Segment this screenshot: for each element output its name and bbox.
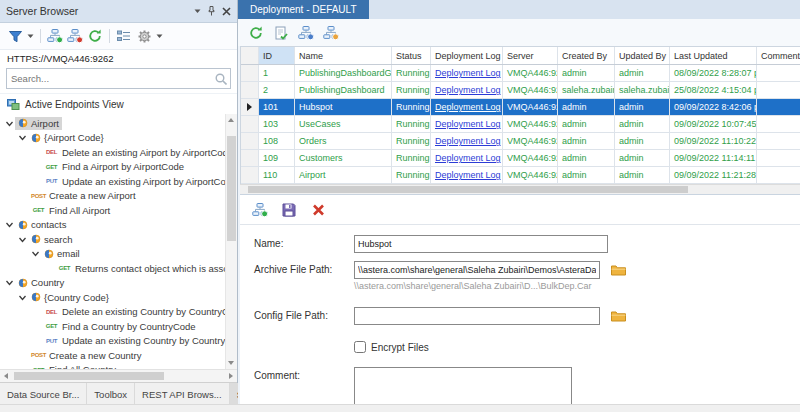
scroll-right-icon[interactable] [229, 373, 233, 379]
pin-icon[interactable] [207, 6, 216, 16]
encrypt-files-checkbox[interactable] [354, 341, 366, 353]
chevron-down-icon[interactable] [17, 133, 28, 142]
tree-operation[interactable]: POSTCreate a new Country [28, 349, 144, 362]
table-row[interactable]: 101HubspotRunningDeployment LogVMQA446:9… [241, 99, 800, 116]
column-header[interactable]: Updated By [615, 47, 670, 64]
tree-node[interactable]: {Country Code} [28, 291, 112, 304]
table-row[interactable]: 2PublishingDashboardRunningDeployment Lo… [241, 82, 800, 99]
tree-node[interactable]: Airport [15, 117, 62, 130]
tree-item[interactable]: Airport [0, 116, 237, 131]
tree-horizontal-scrollbar[interactable] [0, 369, 237, 382]
tree-node[interactable]: Country [15, 276, 67, 289]
window-position-caret-icon[interactable] [194, 9, 201, 14]
tree-item[interactable]: POSTCreate a new Airport [0, 189, 237, 204]
tree-node[interactable]: contacts [15, 218, 69, 231]
tree-item[interactable]: Country [0, 276, 237, 291]
deployment-log-link[interactable]: Deployment Log [431, 167, 503, 183]
scrollbar-thumb[interactable] [248, 186, 688, 193]
deployment-log-link[interactable]: Deployment Log [431, 65, 503, 81]
tree-item[interactable]: GETFind All Airport [0, 203, 237, 218]
tree-item[interactable]: GETFind a Airport by AirportCode [0, 160, 237, 175]
close-icon[interactable] [222, 7, 231, 16]
config-path-field[interactable] [354, 307, 600, 325]
tree-operation[interactable]: PUTUpdate an existing Country by Country… [41, 334, 237, 347]
tree-item[interactable]: {Country Code} [0, 290, 237, 305]
filter-caret-icon[interactable] [26, 27, 35, 45]
tree-item[interactable]: {Airport Code} [0, 131, 237, 146]
tab-deployment-default[interactable]: Deployment - DEFAULT [238, 0, 369, 19]
deployment-log-link[interactable]: Deployment Log [431, 150, 503, 166]
disconnect-server-icon[interactable] [66, 27, 84, 45]
scroll-down-icon[interactable] [228, 361, 234, 365]
save-icon[interactable] [280, 201, 298, 219]
redeploy-icon[interactable] [251, 201, 269, 219]
table-row[interactable]: 109CustomersRunningDeployment LogVMQA446… [241, 150, 800, 167]
delete-icon[interactable] [309, 201, 327, 219]
verify-deployment-icon[interactable] [272, 24, 290, 42]
refresh-icon[interactable] [247, 24, 265, 42]
column-header[interactable]: ID [259, 47, 295, 64]
panel-tab[interactable]: Toolbox [87, 383, 135, 405]
chevron-down-icon[interactable] [4, 278, 15, 287]
search-input[interactable] [7, 73, 212, 84]
tree-item[interactable]: GETFind a Country by CountryCode [0, 319, 237, 334]
refresh-icon[interactable] [86, 27, 104, 45]
deployment-log-link[interactable]: Deployment Log [431, 116, 503, 132]
panel-tab[interactable]: Data Source Br... [0, 383, 87, 405]
tree-operation[interactable]: DELDelete an existing Airport by Airport… [41, 146, 236, 159]
chevron-down-icon[interactable] [17, 293, 28, 302]
tree-item[interactable]: GETReturns contact object which is assoc… [0, 261, 237, 276]
deployment-log-link[interactable]: Deployment Log [431, 82, 503, 98]
tree-item[interactable]: email [0, 247, 237, 262]
tree-item[interactable]: contacts [0, 218, 237, 233]
deployment-log-link[interactable]: Deployment Log [431, 133, 503, 149]
tree-node[interactable]: search [28, 233, 76, 246]
tree-item[interactable]: PUTUpdate an existing Country by Country… [0, 334, 237, 349]
scroll-up-icon[interactable] [228, 118, 234, 122]
server-redeploy-icon[interactable] [322, 24, 340, 42]
gear-icon[interactable] [135, 27, 153, 45]
tree-item[interactable]: DELDelete an existing Country by Country… [0, 305, 237, 320]
table-row[interactable]: 1PublishingDashboardGraphsRunningDeploym… [241, 65, 800, 82]
chevron-down-icon[interactable] [4, 119, 15, 128]
deployment-log-link[interactable]: Deployment Log [431, 99, 503, 115]
tree-operation[interactable]: GETFind a Airport by AirportCode [41, 160, 187, 173]
chevron-down-icon[interactable] [17, 235, 28, 244]
tree-item[interactable]: search [0, 232, 237, 247]
table-row[interactable]: 110AirportRunningDeployment LogVMQA446:9… [241, 167, 800, 184]
chevron-down-icon[interactable] [30, 249, 41, 258]
tree-item[interactable]: PUTUpdate an existing Airport by Airport… [0, 174, 237, 189]
tree-operation[interactable]: GETFind a Country by CountryCode [41, 320, 199, 333]
column-header[interactable]: Comment [757, 47, 800, 64]
column-header[interactable]: Name [295, 47, 392, 64]
tree-item[interactable]: POSTCreate a new Country [0, 348, 237, 363]
server-deploy-icon[interactable] [297, 24, 315, 42]
gear-caret-icon[interactable] [155, 27, 164, 45]
tree-item[interactable]: DELDelete an existing Airport by Airport… [0, 145, 237, 160]
tree-node[interactable]: email [41, 247, 83, 260]
browse-archive-button[interactable] [607, 261, 629, 279]
column-header[interactable]: Deployment Log [431, 47, 503, 64]
archive-path-field[interactable] [354, 261, 600, 279]
grid-horizontal-scrollbar[interactable] [240, 184, 800, 194]
scrollbar-thumb[interactable] [14, 372, 164, 380]
column-header[interactable]: Status [392, 47, 431, 64]
tree-vertical-scrollbar[interactable] [225, 114, 237, 369]
table-row[interactable]: 108OrdersRunningDeployment LogVMQA446:92… [241, 133, 800, 150]
column-header[interactable]: Last Updated [670, 47, 757, 64]
connect-server-icon[interactable] [46, 27, 64, 45]
table-row[interactable]: 103UseCasesRunningDeployment LogVMQA446:… [241, 116, 800, 133]
chevron-down-icon[interactable] [4, 220, 15, 229]
active-endpoints-header[interactable]: Active Endpoints View [0, 93, 237, 114]
column-header[interactable]: Server [503, 47, 558, 64]
tree-operation[interactable]: GETReturns contact object which is assoc… [54, 262, 237, 275]
name-field[interactable] [354, 235, 608, 253]
tree-operation[interactable]: POSTCreate a new Airport [28, 189, 139, 202]
scrollbar-thumb[interactable] [227, 136, 236, 241]
tree-operation[interactable]: GETFind All Airport [28, 204, 113, 217]
scroll-left-icon[interactable] [4, 373, 8, 379]
column-header[interactable]: Created By [558, 47, 615, 64]
tree-node[interactable]: {Airport Code} [28, 131, 107, 144]
view-details-icon[interactable] [115, 27, 133, 45]
comment-field[interactable] [354, 367, 572, 405]
